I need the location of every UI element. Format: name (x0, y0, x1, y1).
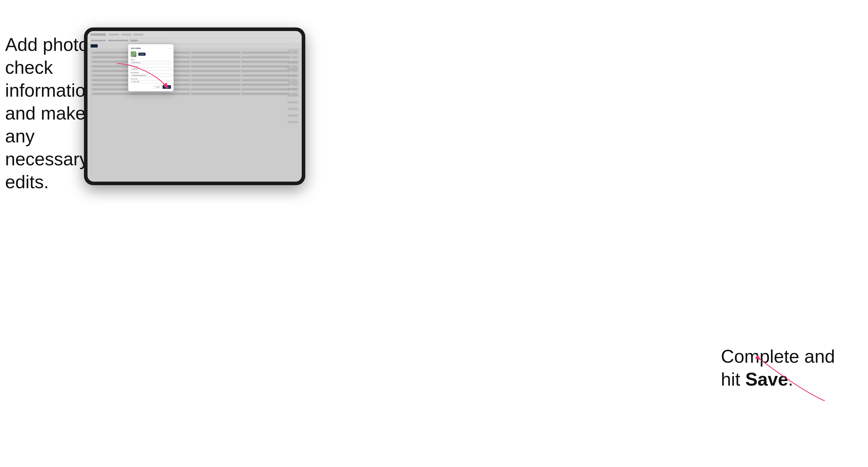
display-name-label: Display name (131, 65, 171, 67)
display-name-value: B.McHarg (132, 68, 138, 70)
save-label: Save (166, 86, 169, 88)
tablet-device: User details × Upload Name Blair McHarg (84, 28, 305, 185)
avatar-row: Upload (131, 51, 171, 57)
clear-icon[interactable]: × (168, 81, 169, 83)
display-name-input[interactable]: B.McHarg (131, 67, 171, 70)
chevron-down-icon[interactable]: ▾ (169, 81, 170, 83)
school-year-label: School Year (131, 78, 171, 80)
modal-title-row: User details × (131, 47, 171, 49)
name-label: Name (131, 59, 171, 61)
display-name-field-group: Display name B.McHarg (131, 65, 171, 70)
save-icon: ⬆ (164, 86, 165, 88)
modal-overlay: User details × Upload Name Blair McHarg (88, 31, 302, 182)
school-year-controls: × ▾ (168, 81, 170, 83)
name-value: Blair McHarg (132, 62, 140, 63)
name-field-group: Name Blair McHarg (131, 59, 171, 64)
tablet-screen: User details × Upload Name Blair McHarg (88, 31, 302, 182)
arrow-right (751, 355, 827, 406)
modal-footer: Cancel ⬆ Save (131, 85, 171, 89)
save-button[interactable]: ⬆ Save (162, 85, 171, 89)
email-input[interactable]: test@clippdcollege.edu (131, 74, 171, 77)
avatar-image (131, 51, 136, 57)
upload-button[interactable]: Upload (138, 53, 146, 56)
modal-title: User details (131, 47, 141, 49)
user-details-modal: User details × Upload Name Blair McHarg (128, 44, 174, 91)
school-year-value: Fourth Year (132, 81, 139, 83)
school-year-input[interactable]: Fourth Year × ▾ (131, 80, 171, 83)
name-input[interactable]: Blair McHarg (131, 61, 171, 64)
close-icon[interactable]: × (168, 47, 171, 49)
cancel-button[interactable]: Cancel (154, 85, 161, 89)
email-value: test@clippdcollege.edu (132, 74, 147, 76)
annotation-right-line2: hit (721, 369, 745, 390)
avatar (131, 51, 136, 57)
email-label: Email address (131, 72, 171, 73)
email-field-group: Email address test@clippdcollege.edu (131, 72, 171, 77)
school-year-field-group: School Year Fourth Year × ▾ (131, 78, 171, 83)
